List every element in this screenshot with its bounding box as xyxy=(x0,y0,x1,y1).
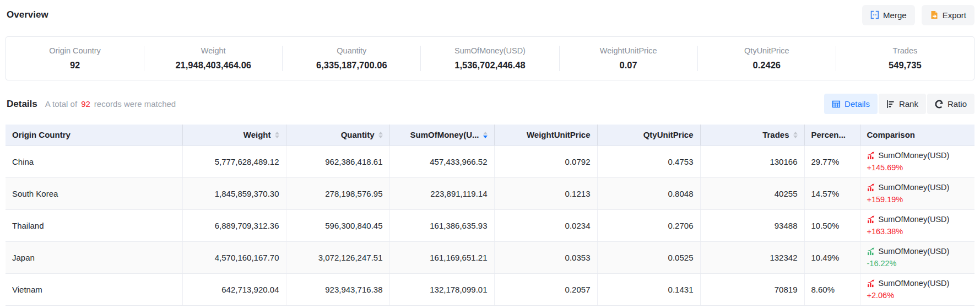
stat-qty-unit-price: QtyUnitPrice 0.2426 xyxy=(698,46,836,71)
column-header-qty-unit-price: QtyUnitPrice xyxy=(597,125,700,145)
cell-qty-unit-price: 0.0525 xyxy=(597,241,700,273)
cell-origin-country: Vietnam xyxy=(6,273,182,305)
column-header-quantity[interactable]: Quantity xyxy=(286,125,389,145)
cell-weight-unit-price: 0.0353 xyxy=(494,241,597,273)
cell-sum-of-money: 161,386,635.93 xyxy=(389,209,494,241)
cell-weight-unit-price: 0.0792 xyxy=(494,145,597,177)
table-row[interactable]: South Korea 1,845,859,370.30 278,198,576… xyxy=(6,177,974,209)
cell-sum-of-money: 161,169,651.21 xyxy=(389,241,494,273)
stat-weight: Weight 21,948,403,464.06 xyxy=(144,46,283,71)
cell-trades: 93488 xyxy=(700,209,804,241)
table-row[interactable]: Vietnam 642,713,920.04 923,943,716.38 13… xyxy=(6,273,974,305)
cell-weight: 5,777,628,489.12 xyxy=(182,145,286,177)
column-header-percent: Percen... xyxy=(804,125,860,145)
page-title: Overview xyxy=(7,9,48,20)
tab-ratio-label: Ratio xyxy=(947,99,967,109)
cell-weight: 1,845,859,370.30 xyxy=(182,177,286,209)
page: Overview Merge Export Origin Country 92 … xyxy=(0,0,980,306)
comparison-metric: SumOfMoney(USD) xyxy=(879,215,950,224)
merge-icon xyxy=(870,10,879,19)
comparison: SumOfMoney(USD) +2.06% xyxy=(867,279,968,300)
cell-origin-country: China xyxy=(6,145,182,177)
overview-card: Origin Country 92 Weight 21,948,403,464.… xyxy=(6,36,974,80)
cell-percent: 10.49% xyxy=(804,241,860,273)
stat-value: 21,948,403,464.06 xyxy=(144,60,282,71)
cell-weight-unit-price: 0.2057 xyxy=(494,273,597,305)
rank-icon xyxy=(886,100,895,109)
cell-percent: 8.60% xyxy=(804,273,860,305)
sort-carets[interactable] xyxy=(275,132,279,138)
sort-carets[interactable] xyxy=(483,132,488,138)
table-row[interactable]: Thailand 6,889,709,312.36 596,300,840.45… xyxy=(6,209,974,241)
tab-ratio[interactable]: Ratio xyxy=(927,94,974,114)
cell-weight: 6,889,709,312.36 xyxy=(182,209,286,241)
stat-label: Weight xyxy=(144,46,282,55)
comparison: SumOfMoney(USD) +163.38% xyxy=(867,215,968,236)
stat-sum-of-money: SumOfMoney(USD) 1,536,702,446.48 xyxy=(421,46,559,71)
cell-comparison: SumOfMoney(USD) +159.19% xyxy=(860,177,974,209)
view-switch: Details Rank Ratio xyxy=(824,94,974,114)
table-row[interactable]: Japan 4,570,160,167.70 3,072,126,247.51 … xyxy=(6,241,974,273)
cell-trades: 130166 xyxy=(700,145,804,177)
comparison-metric: SumOfMoney(USD) xyxy=(879,183,950,192)
stat-label: WeightUnitPrice xyxy=(560,46,697,55)
comparison-change: +2.06% xyxy=(867,291,968,300)
column-header-trades[interactable]: Trades xyxy=(700,125,804,145)
cell-weight: 4,570,160,167.70 xyxy=(182,241,286,273)
details-table: Origin Country Weight Quantity SumOfMone… xyxy=(6,125,974,306)
trend-chart-icon xyxy=(867,247,875,256)
merge-button[interactable]: Merge xyxy=(862,5,915,25)
export-button-label: Export xyxy=(943,10,966,20)
cell-comparison: SumOfMoney(USD) -16.22% xyxy=(860,241,974,273)
cell-sum-of-money: 132,178,099.01 xyxy=(389,273,494,305)
cell-quantity: 923,943,716.38 xyxy=(286,273,389,305)
export-button[interactable]: Export xyxy=(922,5,974,25)
trend-chart-icon xyxy=(867,183,875,192)
stat-label: SumOfMoney(USD) xyxy=(421,46,559,55)
cell-trades: 70819 xyxy=(700,273,804,305)
stat-value: 0.2426 xyxy=(698,60,836,71)
tab-details-label: Details xyxy=(844,99,870,109)
stat-value: 6,335,187,700.06 xyxy=(283,60,420,71)
stat-weight-unit-price: WeightUnitPrice 0.07 xyxy=(560,46,698,71)
stat-origin-country: Origin Country 92 xyxy=(6,46,144,71)
tab-details[interactable]: Details xyxy=(824,94,878,114)
table-row[interactable]: China 5,777,628,489.12 962,386,418.61 45… xyxy=(6,145,974,177)
comparison-change: -16.22% xyxy=(867,259,968,268)
record-count: 92 xyxy=(81,99,90,109)
cell-comparison: SumOfMoney(USD) +163.38% xyxy=(860,209,974,241)
comparison-change: +159.19% xyxy=(867,195,968,204)
cell-quantity: 278,198,576.95 xyxy=(286,177,389,209)
cell-percent: 10.50% xyxy=(804,209,860,241)
stat-quantity: Quantity 6,335,187,700.06 xyxy=(283,46,421,71)
details-bar: Details A total of92records were matched… xyxy=(6,94,974,114)
cell-origin-country: South Korea xyxy=(6,177,182,209)
cell-sum-of-money: 457,433,966.52 xyxy=(389,145,494,177)
comparison: SumOfMoney(USD) +159.19% xyxy=(867,183,968,204)
stat-label: Trades xyxy=(836,46,974,55)
cell-trades: 40255 xyxy=(700,177,804,209)
cell-sum-of-money: 223,891,119.14 xyxy=(389,177,494,209)
trend-chart-icon xyxy=(867,152,875,160)
cell-weight-unit-price: 0.0234 xyxy=(494,209,597,241)
stat-value: 92 xyxy=(6,60,144,71)
comparison-metric: SumOfMoney(USD) xyxy=(879,151,950,160)
sort-carets[interactable] xyxy=(793,132,798,138)
comparison: SumOfMoney(USD) -16.22% xyxy=(867,247,968,268)
cell-comparison: SumOfMoney(USD) +145.69% xyxy=(860,145,974,177)
cell-qty-unit-price: 0.1431 xyxy=(597,273,700,305)
cell-quantity: 962,386,418.61 xyxy=(286,145,389,177)
ratio-icon xyxy=(935,100,944,109)
sort-carets[interactable] xyxy=(378,132,383,138)
column-header-sum-of-money[interactable]: SumOfMoney(U... xyxy=(389,125,494,145)
cell-percent: 14.57% xyxy=(804,177,860,209)
cell-qty-unit-price: 0.8048 xyxy=(597,177,700,209)
stat-trades: Trades 549,735 xyxy=(836,46,974,71)
tab-rank[interactable]: Rank xyxy=(879,94,926,114)
comparison-metric: SumOfMoney(USD) xyxy=(879,279,950,288)
column-header-weight[interactable]: Weight xyxy=(182,125,286,145)
cell-origin-country: Thailand xyxy=(6,209,182,241)
column-header-comparison: Comparison xyxy=(860,125,974,145)
cell-origin-country: Japan xyxy=(6,241,182,273)
stat-value: 549,735 xyxy=(836,60,974,71)
